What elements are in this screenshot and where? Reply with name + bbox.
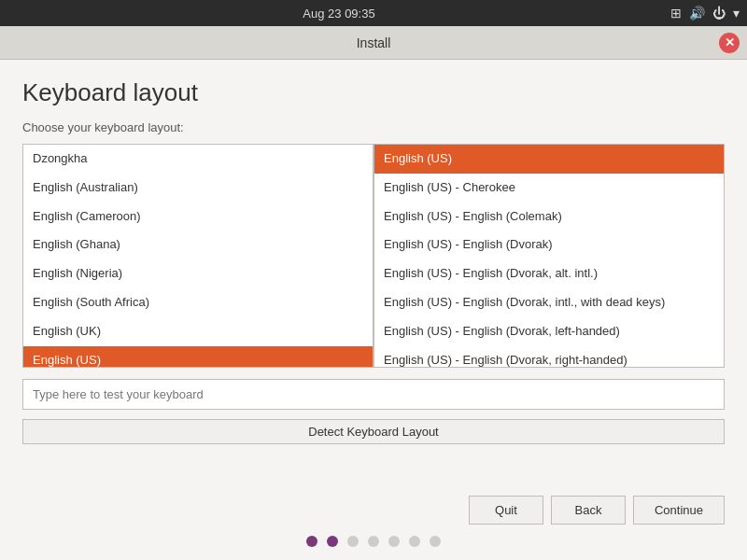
list-item[interactable]: English (South Africa) [23,288,373,317]
back-button[interactable]: Back [551,496,626,525]
progress-dot [409,536,420,547]
chevron-down-icon[interactable]: ▾ [733,6,740,21]
list-item[interactable]: English (US) - English (Colemak) [374,203,724,231]
install-window: Install ✕ Keyboard layout Choose your ke… [0,26,747,560]
progress-dot [327,536,338,547]
list-item[interactable]: English (US) - English (Dvorak, intl., w… [374,288,724,317]
list-item[interactable]: English (US) - English (Dvorak, left-han… [374,317,724,346]
close-button[interactable]: ✕ [719,33,740,53]
window-title: Install [357,35,391,50]
list-item[interactable]: English (US) - English (Dvorak, alt. int… [374,259,724,288]
progress-dot [306,536,317,547]
list-item[interactable]: English (Cameroon) [23,203,373,231]
list-item[interactable]: Dzongkha [23,145,373,174]
list-item[interactable]: English (US) - English (Dvorak) [374,231,724,259]
keyboard-test-input[interactable] [22,379,725,410]
progress-dot [368,536,379,547]
progress-dots [306,536,441,547]
page-title: Keyboard layout [22,78,725,107]
list-item[interactable]: English (UK) [23,317,373,346]
bottom-area: Quit Back Continue [0,484,747,560]
titlebar: Install ✕ [0,26,747,60]
list-item[interactable]: English (Australian) [23,174,373,203]
progress-dot [347,536,359,547]
nav-buttons: Quit Back Continue [22,496,725,525]
continue-button[interactable]: Continue [633,496,725,525]
list-item[interactable]: English (US) - Cherokee [374,174,724,203]
content-area: Keyboard layout Choose your keyboard lay… [0,60,747,484]
power-icon[interactable]: ⏻ [712,6,726,21]
progress-dot [388,536,400,547]
quit-button[interactable]: Quit [469,496,543,525]
detect-layout-button[interactable]: Detect Keyboard Layout [22,419,725,444]
subtitle: Choose your keyboard layout: [22,120,725,134]
keyboard-lists: DzongkhaEnglish (Australian)English (Cam… [22,144,725,368]
topbar: Aug 23 09:35 ⊞ 🔊 ⏻ ▾ [0,0,747,26]
topbar-right: ⊞ 🔊 ⏻ ▾ [670,6,740,21]
test-input-area [22,379,725,410]
list-item[interactable]: English (US) [374,145,724,174]
list-item[interactable]: English (US) - English (Dvorak, right-ha… [374,346,724,368]
list-item[interactable]: English (Ghana) [23,231,373,259]
volume-icon[interactable]: 🔊 [689,6,705,21]
language-list[interactable]: DzongkhaEnglish (Australian)English (Cam… [22,144,374,368]
progress-dot [430,536,441,547]
list-item[interactable]: English (Nigeria) [23,259,373,288]
list-item[interactable]: English (US) [23,346,373,368]
network-icon[interactable]: ⊞ [670,6,682,21]
topbar-datetime: Aug 23 09:35 [7,7,670,21]
variant-list[interactable]: English (US)English (US) - CherokeeEngli… [374,144,725,368]
